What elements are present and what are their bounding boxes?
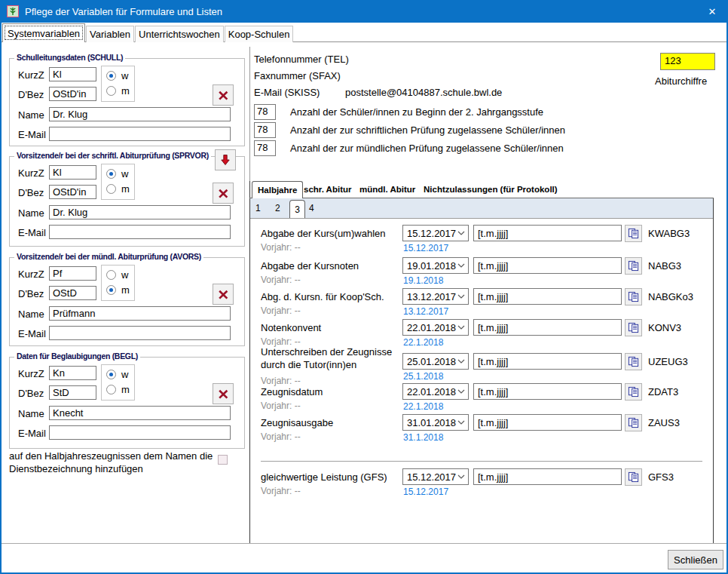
date-row-label: gleichwertige Leistung (GFS): [261, 471, 400, 483]
copy-button[interactable]: [625, 353, 642, 370]
email-value: poststelle@04104887.schule.bwl.de: [345, 87, 502, 98]
date-format-input[interactable]: [t.m.jjjj]: [473, 257, 622, 274]
tab-variablen[interactable]: Variablen: [86, 26, 134, 42]
copy-down-button[interactable]: [215, 149, 236, 170]
subtab-3[interactable]: 3: [289, 200, 305, 218]
previous-date: 22.1.2018: [403, 337, 443, 348]
title-bar: Pflege der Variablen für Formulare und L…: [0, 0, 728, 23]
date-row-label: Zeugnisdatum: [261, 385, 400, 398]
subtab-1[interactable]: 1: [255, 203, 261, 213]
date-value: 22.01.2018: [407, 386, 456, 398]
chevron-down-icon: [457, 231, 465, 235]
copy-icon: [628, 228, 639, 239]
count-begin-label: Anzahl der Schüler/innen zu Beginn der 2…: [290, 106, 543, 118]
date-row-label: Notenkonvent: [261, 321, 400, 334]
previous-date: 15.12.2017: [403, 487, 448, 497]
variable-name: GFS3: [648, 471, 674, 483]
gfs-separator: [261, 461, 702, 462]
radio-w-row[interactable]: w: [106, 168, 128, 180]
copy-button[interactable]: [625, 257, 642, 275]
main-tab-bar: Systemvariablen Variablen Unterrichtswoc…: [0, 23, 728, 42]
dbez-label: D'Bez: [18, 187, 44, 198]
count-oral-field[interactable]: 78: [254, 140, 276, 156]
date-row-label: Unterschreiben der Zeugnisse durch die T…: [261, 345, 400, 371]
previous-date: 13.12.2017: [403, 306, 448, 317]
app-tree-icon: [7, 5, 19, 17]
date-combobox[interactable]: 22.01.2018: [402, 383, 469, 400]
radio-m-label: m: [121, 183, 130, 195]
date-combobox[interactable]: 15.12.2017: [402, 468, 469, 485]
kurzz-label: KurzZ: [18, 69, 44, 81]
person-group: Schulleitungsdaten (SCHULL) KurzZ Kl D'B…: [9, 58, 245, 146]
kurzz-label: KurzZ: [18, 167, 44, 179]
radio-w[interactable]: [106, 71, 116, 81]
tel-label: Telefonnummer (TEL): [254, 54, 349, 65]
radio-m-row[interactable]: m: [106, 85, 130, 97]
radio-m[interactable]: [106, 86, 116, 96]
radio-w-label: w: [121, 70, 128, 81]
date-format-input[interactable]: [t.m.jjjj]: [473, 414, 622, 431]
email-label: E-Mail (SKISS): [254, 87, 320, 98]
subtab-strip: [250, 198, 713, 218]
date-combobox[interactable]: 25.01.2018: [402, 353, 469, 370]
gender-radio-group: w m: [101, 66, 135, 102]
close-button[interactable]: ✕: [696, 0, 728, 23]
dbez-field[interactable]: OStD'in: [49, 87, 96, 101]
copy-icon: [628, 291, 639, 302]
name-field[interactable]: Dr. Klug: [49, 107, 231, 121]
date-format-input[interactable]: [t.m.jjjj]: [473, 319, 622, 336]
count-written-field[interactable]: 78: [254, 122, 276, 138]
chevron-down-icon: [457, 325, 465, 330]
tab-unterrichtswochen[interactable]: Unterrichtswochen: [135, 26, 224, 42]
content-bottom-border: [0, 543, 728, 544]
vorjahr-label: Vorjahr: --: [261, 401, 301, 411]
subtab-4[interactable]: 4: [309, 203, 314, 213]
date-combobox[interactable]: 19.01.2018: [402, 257, 469, 274]
subtab-baseline: [250, 218, 713, 219]
copy-button[interactable]: [625, 468, 642, 486]
clear-button[interactable]: [213, 183, 234, 204]
copy-button[interactable]: [625, 288, 642, 305]
kurzz-field[interactable]: Kl: [49, 67, 96, 81]
date-format-input[interactable]: [t.m.jjjj]: [473, 383, 622, 400]
dienstbezeichnung-checkbox[interactable]: [218, 455, 228, 465]
clear-button[interactable]: [213, 84, 234, 106]
name-field[interactable]: Dr. Klug: [49, 205, 231, 219]
date-combobox[interactable]: 31.01.2018: [402, 414, 469, 431]
innertab-muendl-abitur[interactable]: mündl. Abitur: [359, 185, 415, 194]
tab-systemvariablen[interactable]: Systemvariablen: [2, 23, 85, 42]
date-combobox[interactable]: 15.12.2017: [402, 225, 469, 241]
variable-name: UZEUG3: [648, 356, 688, 367]
email-field[interactable]: [49, 127, 231, 141]
count-begin-field[interactable]: 78: [254, 104, 276, 120]
date-format-input[interactable]: [t.m.jjjj]: [473, 353, 622, 370]
date-combobox[interactable]: 22.01.2018: [402, 319, 469, 336]
innertab-halbjahre[interactable]: Halbjahre: [252, 181, 303, 198]
email-label: E-Mail: [18, 129, 46, 140]
date-format-input[interactable]: [t.m.jjjj]: [473, 468, 622, 485]
close-dialog-button[interactable]: Schließen: [668, 550, 723, 569]
subtab-2[interactable]: 2: [275, 203, 280, 213]
innertab-schr-abitur[interactable]: schr. Abitur: [304, 185, 351, 194]
radio-m[interactable]: [106, 184, 116, 194]
date-combobox[interactable]: 13.12.2017: [402, 288, 469, 305]
tab-koop-schulen[interactable]: Koop-Schulen: [225, 26, 294, 42]
variable-name: ZDAT3: [648, 386, 678, 398]
dbez-field[interactable]: OStD'in: [49, 185, 96, 199]
radio-w-row[interactable]: w: [106, 70, 128, 81]
date-format-input[interactable]: [t.m.jjjj]: [473, 288, 622, 305]
innertab-nichtzulassungen[interactable]: Nichtzulassungen (für Protokoll): [424, 185, 558, 194]
copy-button[interactable]: [625, 383, 642, 401]
date-value: 22.01.2018: [407, 322, 456, 333]
radio-m-row[interactable]: m: [106, 183, 130, 195]
previous-date: 25.1.2018: [403, 371, 443, 382]
copy-button[interactable]: [625, 414, 642, 431]
date-format-input[interactable]: [t.m.jjjj]: [473, 225, 622, 241]
abiturchiffre-field[interactable]: 123: [660, 53, 715, 70]
date-value: 31.01.2018: [407, 417, 456, 428]
radio-w[interactable]: [106, 169, 116, 179]
copy-button[interactable]: [625, 319, 642, 336]
copy-button[interactable]: [625, 225, 642, 242]
kurzz-field[interactable]: Kl: [49, 165, 96, 180]
date-row-label: Abgabe der Kursnoten: [261, 259, 400, 272]
